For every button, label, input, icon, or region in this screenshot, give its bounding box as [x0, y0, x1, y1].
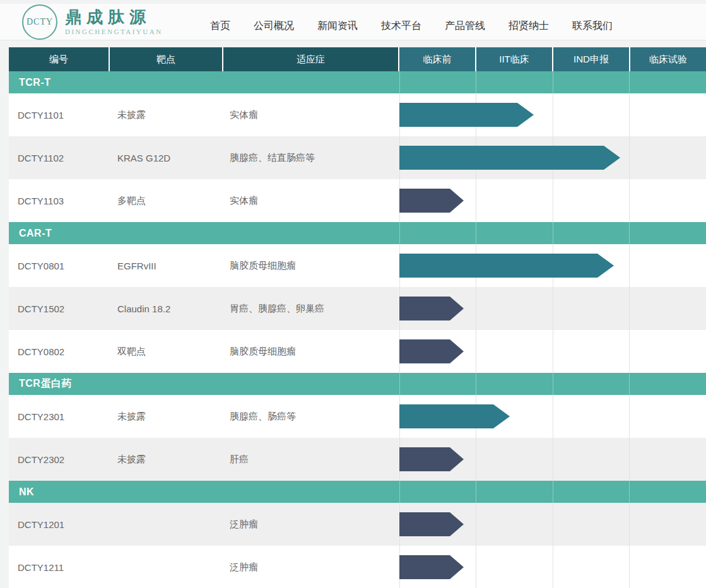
pipeline-row: DCTY1201泛肿瘤 [9, 503, 706, 546]
main-menu: 首页公司概况新闻资讯技术平台产品管线招贤纳士联系我们 [210, 8, 613, 44]
section-label: NK [9, 486, 34, 498]
nav-item-careers[interactable]: 招贤纳士 [509, 20, 549, 33]
program-indication: 胃癌、胰腺癌、卵巢癌 [223, 287, 399, 330]
stage-zone [399, 287, 706, 330]
section-row: CAR-T [9, 222, 706, 244]
program-indication: 泛肿瘤 [223, 546, 399, 588]
stage-zone [399, 330, 706, 373]
program-target [110, 546, 223, 588]
stage-column-header: IIT临床 [476, 47, 553, 71]
stage-zone [399, 503, 706, 546]
program-indication: 泛肿瘤 [223, 503, 399, 546]
progress-arrow [399, 297, 464, 320]
program-target [110, 503, 223, 546]
section-label-zone: NK [9, 481, 399, 503]
progress-arrow [399, 189, 464, 213]
pipeline-row: DCTY1101未披露实体瘤 [9, 93, 706, 136]
pipeline-table-header: 编号靶点适应症临床前IIT临床IND申报临床试验 [9, 47, 706, 71]
program-indication: 实体瘤 [223, 179, 399, 222]
section-label: CAR-T [9, 228, 52, 239]
stage-column-header: 临床试验 [630, 47, 706, 71]
pipeline-row: DCTY0801EGFRvIII脑胶质母细胞瘤 [9, 244, 706, 287]
pipeline-table: 编号靶点适应症临床前IIT临床IND申报临床试验 TCR-TDCTY1101未披… [9, 47, 706, 588]
column-header: 适应症 [223, 47, 399, 71]
program-target: 未披露 [110, 93, 223, 136]
program-indication: 胰腺癌、肠癌等 [223, 395, 399, 438]
progress-arrow [399, 447, 464, 471]
nav-item-pipeline[interactable]: 产品管线 [445, 20, 485, 33]
section-stage-gridlines [399, 222, 706, 244]
program-indication: 肝癌 [223, 438, 399, 481]
program-indication: 脑胶质母细胞瘤 [223, 244, 399, 287]
brand-logo-icon: DCTY [22, 4, 57, 40]
stage-zone [399, 244, 706, 287]
brand-text: 鼎成肽源 DINGCHENGTAIYUAN [65, 9, 163, 36]
top-navigation: DCTY 鼎成肽源 DINGCHENGTAIYUAN 首页公司概况新闻资讯技术平… [0, 0, 706, 40]
program-code: DCTY1103 [9, 179, 110, 222]
program-target: KRAS G12D [110, 136, 223, 179]
program-target: EGFRvIII [110, 244, 223, 287]
pipeline-row: DCTY1502Claudin 18.2胃癌、胰腺癌、卵巢癌 [9, 287, 706, 330]
nav-item-home[interactable]: 首页 [210, 20, 230, 33]
program-code: DCTY1201 [9, 503, 110, 546]
section-row: NK [9, 481, 706, 503]
section-row: TCR-T [9, 71, 706, 93]
program-code: DCTY1502 [9, 287, 110, 330]
program-code: DCTY1101 [9, 93, 110, 136]
program-target: 未披露 [110, 438, 223, 481]
stage-zone [399, 93, 706, 136]
progress-arrow [399, 512, 464, 536]
section-label-zone: TCR蛋白药 [9, 373, 399, 395]
nav-item-news[interactable]: 新闻资讯 [317, 20, 358, 33]
progress-arrow [399, 146, 620, 170]
column-header: 编号 [9, 47, 110, 71]
section-stage-gridlines [399, 373, 706, 395]
section-label-zone: TCR-T [9, 71, 399, 93]
program-code: DCTY1102 [9, 136, 110, 179]
progress-arrow [399, 555, 464, 579]
program-code: DCTY1211 [9, 546, 110, 588]
stage-zone [399, 136, 706, 179]
progress-arrow [399, 404, 510, 428]
section-stage-gridlines [399, 481, 706, 503]
stage-column-header: IND申报 [553, 47, 630, 71]
program-code: DCTY0801 [9, 244, 110, 287]
stage-zone [399, 179, 706, 222]
section-label-zone: CAR-T [9, 222, 399, 244]
program-code: DCTY2301 [9, 395, 110, 438]
brand-name: 鼎成肽源 [65, 9, 163, 27]
stage-headers: 临床前IIT临床IND申报临床试验 [399, 47, 706, 71]
program-target: 双靶点 [110, 330, 223, 373]
program-indication: 实体瘤 [223, 93, 399, 136]
program-indication: 胰腺癌、结直肠癌等 [223, 136, 399, 179]
brand-logo[interactable]: DCTY 鼎成肽源 DINGCHENGTAIYUAN [22, 4, 163, 40]
brand-subtitle: DINGCHENGTAIYUAN [65, 28, 163, 35]
section-row: TCR蛋白药 [9, 373, 706, 395]
progress-arrow [399, 103, 534, 127]
pipeline-row: DCTY0802双靶点脑胶质母细胞瘤 [9, 330, 706, 373]
program-target: 未披露 [110, 395, 223, 438]
section-label: TCR蛋白药 [9, 377, 72, 391]
page: DCTY 鼎成肽源 DINGCHENGTAIYUAN 首页公司概况新闻资讯技术平… [0, 0, 706, 588]
pipeline-row: DCTY1103多靶点实体瘤 [9, 179, 706, 222]
pipeline-table-body: TCR-TDCTY1101未披露实体瘤DCTY1102KRAS G12D胰腺癌、… [9, 71, 706, 588]
stage-zone [399, 546, 706, 588]
nav-item-contact[interactable]: 联系我们 [572, 20, 613, 33]
program-code: DCTY2302 [9, 438, 110, 481]
nav-item-about[interactable]: 公司概况 [254, 20, 294, 33]
section-label: TCR-T [9, 77, 50, 88]
progress-arrow [399, 339, 464, 363]
program-code: DCTY0802 [9, 330, 110, 373]
pipeline-row: DCTY2302未披露肝癌 [9, 438, 706, 481]
section-stage-gridlines [399, 71, 706, 93]
progress-arrow [399, 254, 614, 278]
column-header: 靶点 [110, 47, 223, 71]
stage-zone [399, 438, 706, 481]
pipeline-row: DCTY1102KRAS G12D胰腺癌、结直肠癌等 [9, 136, 706, 179]
program-target: 多靶点 [110, 179, 223, 222]
stage-zone [399, 395, 706, 438]
stage-column-header: 临床前 [399, 47, 476, 71]
nav-item-technology[interactable]: 技术平台 [381, 20, 421, 33]
program-target: Claudin 18.2 [110, 287, 223, 330]
program-indication: 脑胶质母细胞瘤 [223, 330, 399, 373]
